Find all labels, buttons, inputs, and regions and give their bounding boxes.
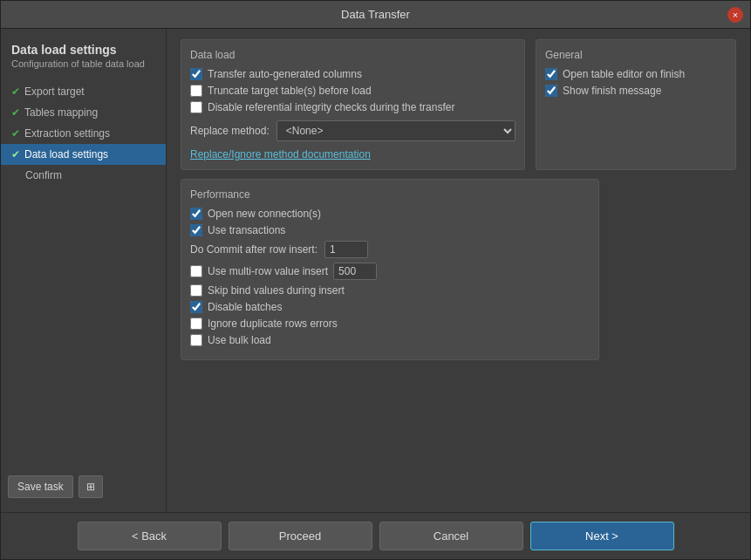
checkbox-use-transactions: Use transactions <box>190 224 590 236</box>
checkbox-ignore-duplicate-label: Ignore duplicate rows errors <box>208 318 338 330</box>
replace-method-label: Replace method: <box>190 125 270 137</box>
replace-ignore-doc-link[interactable]: Replace/Ignore method documentation <box>190 148 371 160</box>
checkbox-transfer-auto-input[interactable] <box>190 68 202 80</box>
checkbox-ignore-duplicate: Ignore duplicate rows errors <box>190 318 590 330</box>
checkbox-show-finish-message-input[interactable] <box>545 85 557 97</box>
checkbox-ignore-duplicate-input[interactable] <box>190 318 202 330</box>
checkbox-show-finish-message: Show finish message <box>545 85 727 97</box>
checkbox-open-new-connections-input[interactable] <box>190 208 202 220</box>
save-task-button[interactable]: Save task <box>8 475 73 498</box>
checkbox-disable-referential: Disable referential integrity checks dur… <box>190 101 515 113</box>
checkbox-skip-bind-input[interactable] <box>190 284 202 297</box>
sidebar-label-tables-mapping: Tables mapping <box>24 106 98 119</box>
sidebar-item-extraction-settings[interactable]: ✔ Extraction settings <box>1 123 166 144</box>
close-button[interactable]: × <box>727 7 743 23</box>
icon-button[interactable]: ⊞ <box>79 475 103 498</box>
checkbox-truncate-target-input[interactable] <box>190 85 202 97</box>
checkbox-open-table-editor-label: Open table editor on finish <box>563 68 685 80</box>
checkbox-use-transactions-label: Use transactions <box>208 224 285 236</box>
proceed-button[interactable]: Proceed <box>229 522 372 550</box>
replace-method-select[interactable]: <None> Insert Update Replace <box>277 120 515 141</box>
commit-row-insert-row: Do Commit after row insert: <box>190 241 590 258</box>
checkbox-open-new-connections: Open new connection(s) <box>190 208 590 220</box>
performance-panel: Performance Open new connection(s) Use t… <box>181 179 599 360</box>
general-title: General <box>545 49 727 61</box>
cancel-button[interactable]: Cancel <box>379 522 523 550</box>
page-title: Data load settings <box>11 43 155 57</box>
checkbox-disable-referential-label: Disable referential integrity checks dur… <box>208 101 454 113</box>
sidebar-item-tables-mapping[interactable]: ✔ Tables mapping <box>1 102 166 123</box>
checkbox-truncate-target: Truncate target table(s) before load <box>190 85 515 97</box>
check-icon-extraction-settings: ✔ <box>11 127 20 140</box>
commit-row-insert-label: Do Commit after row insert: <box>190 243 317 256</box>
check-icon-export-target: ✔ <box>11 85 20 98</box>
dialog-title: Data Transfer <box>341 8 410 21</box>
content-area: Data load settings Configuration of tabl… <box>1 29 750 512</box>
back-button[interactable]: < Back <box>78 522 222 550</box>
checkbox-open-table-editor: Open table editor on finish <box>545 68 727 80</box>
data-load-panel: Data load Transfer auto-generated column… <box>181 39 525 170</box>
checkbox-disable-batches: Disable batches <box>190 301 590 313</box>
checkbox-open-new-connections-label: Open new connection(s) <box>208 208 321 220</box>
sidebar-item-export-target[interactable]: ✔ Export target <box>1 81 166 102</box>
sidebar-label-extraction-settings: Extraction settings <box>24 127 110 140</box>
checkbox-transfer-auto-label: Transfer auto-generated columns <box>208 68 362 80</box>
replace-method-row: Replace method: <None> Insert Update Rep… <box>190 120 515 141</box>
checkbox-use-bulk-load: Use bulk load <box>190 334 590 346</box>
check-icon-tables-mapping: ✔ <box>11 106 20 119</box>
sidebar-label-data-load-settings: Data load settings <box>24 148 108 160</box>
sidebar: Data load settings Configuration of tabl… <box>1 29 167 512</box>
top-row: Data load Transfer auto-generated column… <box>181 39 736 170</box>
checkbox-multi-row-insert-label: Use multi-row value insert <box>208 265 328 277</box>
sidebar-label-confirm: Confirm <box>25 169 62 181</box>
sidebar-item-data-load-settings[interactable]: ✔ Data load settings <box>1 144 166 165</box>
checkbox-skip-bind: Skip bind values during insert <box>190 284 590 297</box>
checkbox-disable-batches-label: Disable batches <box>208 301 282 313</box>
checkbox-disable-referential-input[interactable] <box>190 101 202 113</box>
checkbox-use-transactions-input[interactable] <box>190 224 202 236</box>
checkbox-show-finish-message-label: Show finish message <box>563 85 661 97</box>
checkbox-multi-row-insert: Use multi-row value insert <box>190 263 590 280</box>
checkbox-open-table-editor-input[interactable] <box>545 68 557 80</box>
checkbox-use-bulk-load-input[interactable] <box>190 334 202 346</box>
performance-title: Performance <box>190 188 590 201</box>
checkbox-skip-bind-label: Skip bind values during insert <box>208 284 345 297</box>
next-button[interactable]: Next > <box>530 522 674 550</box>
page-subtitle: Configuration of table data load <box>11 58 155 69</box>
dialog: Data Transfer × Data load settings Confi… <box>0 0 751 560</box>
checkbox-disable-batches-input[interactable] <box>190 301 202 313</box>
title-bar: Data Transfer × <box>1 1 750 29</box>
check-icon-data-load-settings: ✔ <box>11 148 20 160</box>
sidebar-label-export-target: Export target <box>24 85 85 98</box>
checkbox-multi-row-insert-input[interactable] <box>190 265 202 277</box>
nav-items: ✔ Export target ✔ Tables mapping ✔ Extra… <box>1 81 166 186</box>
checkbox-transfer-auto: Transfer auto-generated columns <box>190 68 515 80</box>
data-load-title: Data load <box>190 49 515 61</box>
main-content: Data load Transfer auto-generated column… <box>167 29 750 512</box>
checkbox-use-bulk-load-label: Use bulk load <box>208 334 271 346</box>
checkbox-truncate-target-label: Truncate target table(s) before load <box>208 85 372 97</box>
page-header: Data load settings Configuration of tabl… <box>1 36 166 72</box>
multi-row-value-input[interactable] <box>333 263 377 280</box>
commit-row-insert-input[interactable] <box>324 241 368 258</box>
sidebar-item-confirm[interactable]: Confirm <box>1 165 166 186</box>
general-panel: General Open table editor on finish Show… <box>536 39 736 170</box>
footer: < Back Proceed Cancel Next > <box>1 512 750 559</box>
sidebar-bottom: Save task ⊞ <box>1 468 166 505</box>
